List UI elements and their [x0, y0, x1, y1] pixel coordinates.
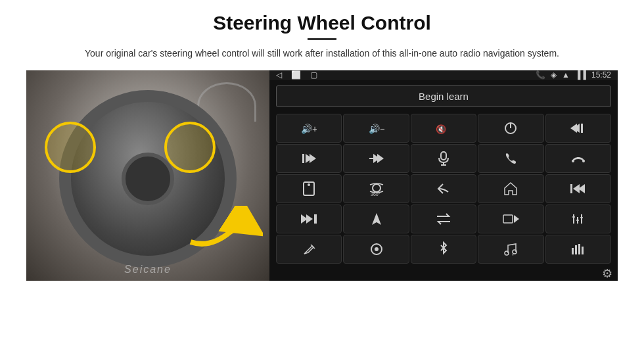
svg-point-21	[308, 183, 310, 186]
back-button[interactable]	[411, 174, 476, 203]
svg-point-22	[373, 184, 380, 192]
page: Steering Wheel Control Your original car…	[0, 0, 644, 359]
begin-learn-row: Begin learn	[269, 80, 618, 112]
wheel-center	[122, 153, 174, 205]
hang-up-icon	[570, 153, 586, 164]
svg-rect-9	[302, 154, 304, 163]
svg-rect-18	[572, 160, 574, 162]
status-bar-right: 📞 ◈ ▲ ▐▐ 15:52	[536, 70, 611, 80]
spectrum-icon	[570, 243, 586, 256]
title-divider	[308, 38, 336, 40]
svg-text:🔊−: 🔊−	[369, 124, 384, 135]
wifi-icon: ▲	[562, 70, 570, 80]
switch-button[interactable]	[411, 204, 476, 233]
settings-row: ⚙	[269, 266, 618, 281]
next-button[interactable]	[276, 144, 342, 173]
app-button[interactable]	[276, 174, 342, 203]
bluetooth-button[interactable]	[411, 235, 476, 264]
prev-track-button[interactable]	[545, 114, 611, 143]
location-icon: ◈	[551, 70, 557, 80]
svg-marker-14	[377, 154, 384, 163]
fast-fwd-icon	[368, 153, 385, 164]
recents-nav-icon[interactable]: ▢	[310, 70, 317, 80]
rewind-icon	[570, 183, 586, 195]
mic-icon	[438, 151, 449, 166]
svg-rect-48	[578, 244, 580, 254]
content-row: Seicane ◁ ⬜ ▢ 📞 ◈ ▲ ▐▐ 15:52	[26, 70, 618, 281]
eq-button[interactable]	[545, 204, 611, 233]
nav-button[interactable]	[343, 204, 409, 233]
vol-up-button[interactable]: 🔊+	[276, 114, 342, 143]
svg-marker-24	[505, 183, 517, 195]
eq-icon	[571, 212, 586, 226]
camera-360-icon: 360°	[367, 181, 386, 197]
home-button[interactable]	[478, 174, 543, 203]
time-display: 15:52	[591, 70, 611, 80]
spectrum-button[interactable]	[545, 235, 611, 264]
home-nav-icon[interactable]: ⬜	[291, 70, 301, 80]
svg-marker-31	[372, 213, 381, 225]
highlight-circle-left	[45, 122, 96, 173]
rec-icon	[502, 212, 519, 226]
home-icon	[503, 181, 518, 196]
phone-call-icon	[503, 151, 518, 166]
svg-marker-8	[570, 124, 577, 133]
circle-button[interactable]	[343, 235, 409, 264]
phone-icon: 📞	[536, 70, 545, 80]
app-icon	[302, 181, 315, 197]
arrow-container	[184, 206, 263, 261]
settings-gear-button[interactable]: ⚙	[602, 266, 612, 281]
next-icon	[301, 153, 317, 164]
android-screen: ◁ ⬜ ▢ 📞 ◈ ▲ ▐▐ 15:52 Begin learn	[269, 70, 618, 281]
mic-button[interactable]	[411, 144, 476, 173]
svg-rect-46	[572, 248, 574, 254]
edit-button[interactable]	[276, 235, 342, 264]
bluetooth-icon	[438, 241, 449, 257]
hang-up-button[interactable]	[545, 144, 611, 173]
switch-icon	[436, 212, 451, 226]
svg-rect-27	[570, 184, 572, 193]
nav-icon	[369, 212, 384, 226]
music-button[interactable]: *	[478, 235, 543, 264]
skip-icon	[300, 213, 318, 225]
vol-down-icon: 🔊−	[369, 122, 384, 135]
signal-icon: ▐▐	[575, 70, 586, 80]
skip-button[interactable]	[276, 204, 342, 233]
phone-call-button[interactable]	[478, 144, 543, 173]
svg-rect-19	[582, 160, 585, 162]
svg-rect-30	[314, 214, 317, 224]
rewind-button[interactable]	[545, 174, 611, 203]
back-icon	[436, 183, 451, 195]
edit-icon	[302, 242, 316, 256]
svg-rect-15	[441, 152, 446, 160]
vol-down-button[interactable]: 🔊−	[343, 114, 409, 143]
fast-fwd-button[interactable]	[343, 144, 409, 173]
arrow-icon	[184, 206, 263, 258]
svg-marker-11	[310, 154, 316, 163]
vol-up-icon: 🔊+	[301, 122, 317, 135]
mute-button[interactable]: 🔇	[411, 114, 476, 143]
steering-bg: Seicane	[26, 70, 269, 281]
svg-text:🔇: 🔇	[436, 124, 447, 135]
power-button[interactable]	[478, 114, 543, 143]
svg-rect-7	[581, 124, 583, 133]
back-nav-icon[interactable]: ◁	[276, 70, 282, 80]
power-icon	[503, 121, 518, 135]
svg-marker-29	[306, 214, 313, 224]
status-bar-left: ◁ ⬜ ▢	[276, 70, 317, 80]
subtitle: Your original car's steering wheel contr…	[85, 47, 559, 61]
circle-icon	[369, 242, 384, 256]
status-bar: ◁ ⬜ ▢ 📞 ◈ ▲ ▐▐ 15:52	[269, 70, 618, 80]
rec-button[interactable]	[478, 204, 543, 233]
svg-point-42	[375, 247, 379, 251]
svg-text:🔊+: 🔊+	[301, 124, 317, 135]
prev-track-icon	[570, 122, 586, 134]
steering-wheel-image: Seicane	[26, 70, 269, 281]
camera-360-button[interactable]: 360°	[343, 174, 409, 203]
begin-learn-button[interactable]: Begin learn	[276, 85, 611, 107]
music-icon: *	[503, 241, 518, 257]
page-title: Steering Wheel Control	[213, 12, 431, 34]
highlight-circle-right	[164, 122, 216, 173]
control-grid: 🔊+ 🔊− 🔇	[269, 112, 618, 266]
svg-marker-33	[514, 215, 519, 223]
